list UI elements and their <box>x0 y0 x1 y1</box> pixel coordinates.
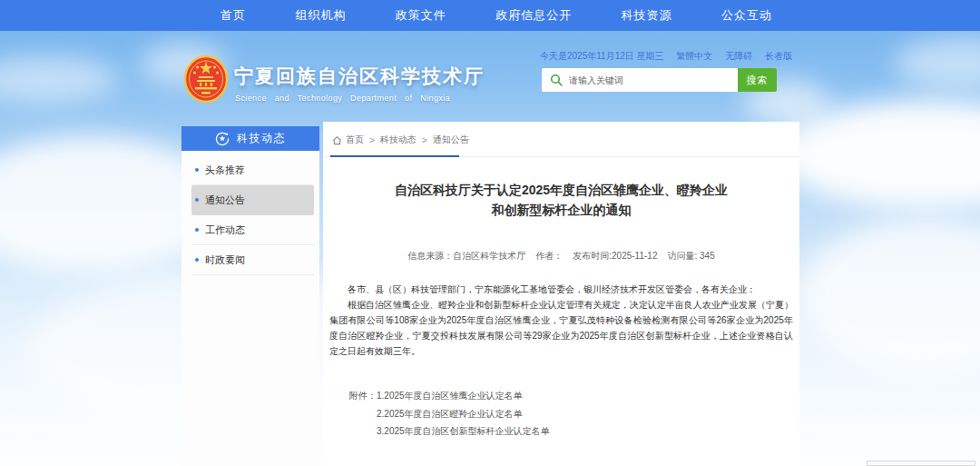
sidebar-menu: 头条推荐 通知公告 工作动态 时政要闻 <box>191 155 314 275</box>
cloud-decoration <box>799 218 980 372</box>
meta-source: 信息来源：自治区科学技术厅 <box>407 250 525 263</box>
bottom-right-stub-box <box>867 461 975 466</box>
content-panel: 首页 > 科技动态 > 通知公告 自治区科技厅关于认定2025年度自治区雏鹰企业… <box>323 122 799 466</box>
attachments-label: 附件： <box>349 387 377 441</box>
header-date-row: 今天是2025年11月12日 星期三 繁體中文 无障碍 长者版 <box>540 50 792 63</box>
article-body: 各市、县（区）科技管理部门，宁东能源化工基地管委会，银川经济技术开发区管委会，各… <box>329 282 793 359</box>
link-traditional-chinese[interactable]: 繁體中文 <box>676 50 712 63</box>
sidebar-item-label: 时政要闻 <box>205 253 245 267</box>
breadcrumb: 首页 > 科技动态 > 通知公告 <box>332 134 469 146</box>
attachment-link-3[interactable]: 3.2025年度自治区创新型标杆企业认定名单 <box>377 422 550 441</box>
bullet-dot-icon <box>195 258 199 262</box>
article-paragraph: 各市、县（区）科技管理部门，宁东能源化工基地管委会，银川经济技术开发区管委会，各… <box>329 282 793 297</box>
meta-visit-count: 访问量: 345 <box>667 250 714 263</box>
circled-star-icon <box>215 132 230 146</box>
search-button[interactable]: 搜索 <box>738 68 777 92</box>
current-date-text: 今天是2025年11月12日 星期三 <box>540 50 664 63</box>
nav-item-resources[interactable]: 科技资源 <box>622 7 672 24</box>
nav-item-home[interactable]: 首页 <box>220 7 246 24</box>
search-icon <box>550 74 563 86</box>
link-accessibility[interactable]: 无障碍 <box>725 50 752 63</box>
sidebar-item-label: 通知公告 <box>205 193 245 207</box>
search-bar: 搜索 <box>542 68 777 92</box>
cloud-decoration <box>894 36 980 91</box>
attachments-list: 1.2025年度自治区雏鹰企业认定名单 2.2025年度自治区瞪羚企业认定名单 … <box>377 387 550 441</box>
meta-author: 作者： <box>535 250 563 263</box>
top-nav-items: 首页 组织机构 政策文件 政府信息公开 科技资源 公众互动 <box>220 0 772 31</box>
nav-item-policy[interactable]: 政策文件 <box>396 7 446 24</box>
breadcrumb-science-news[interactable]: 科技动态 <box>380 134 416 146</box>
search-input[interactable] <box>569 68 732 92</box>
bullet-dot-icon <box>195 228 199 232</box>
article-meta: 信息来源：自治区科学技术厅 作者： 发布时间:2025-11-12 访问量: 3… <box>323 250 799 263</box>
bullet-dot-icon <box>195 198 199 202</box>
nav-item-organization[interactable]: 组织机构 <box>295 7 346 24</box>
sidebar-item-notices[interactable]: 通知公告 <box>191 185 314 215</box>
search-input-box <box>542 68 738 92</box>
sidebar-header: 科技动态 <box>181 126 319 151</box>
article-title-line2: 和创新型标杆企业的通知 <box>323 200 799 220</box>
sidebar-item-label: 工作动态 <box>205 223 245 237</box>
sidebar-item-political-news[interactable]: 时政要闻 <box>191 245 314 275</box>
home-icon <box>332 135 342 145</box>
sidebar-item-headline[interactable]: 头条推荐 <box>191 155 314 185</box>
breadcrumb-notices[interactable]: 通知公告 <box>433 134 469 146</box>
attachment-link-2[interactable]: 2.2025年度自治区瞪羚企业认定名单 <box>377 405 550 423</box>
attachment-link-1[interactable]: 1.2025年度自治区雏鹰企业认定名单 <box>377 387 550 405</box>
meta-publish-time: 发布时间:2025-11-12 <box>573 250 657 263</box>
article-title-line1: 自治区科技厅关于认定2025年度自治区雏鹰企业、瞪羚企业 <box>323 180 799 200</box>
emblem-icon <box>183 55 229 104</box>
nav-item-interaction[interactable]: 公众互动 <box>721 7 772 24</box>
breadcrumb-separator: > <box>422 135 427 145</box>
breadcrumb-separator: > <box>369 135 375 145</box>
sidebar-item-work-dynamics[interactable]: 工作动态 <box>191 215 314 245</box>
article-paragraph: 根据自治区雏鹰企业、瞪羚企业和创新型标杆企业认定管理有关规定，决定认定半亩良人农… <box>329 297 793 359</box>
cloud-decoration <box>0 56 118 102</box>
page-background: 首页 组织机构 政策文件 政府信息公开 科技资源 公众互动 宁夏回族自治区科 <box>0 0 980 466</box>
top-nav-bar: 首页 组织机构 政策文件 政府信息公开 科技资源 公众互动 <box>0 0 980 31</box>
attachments-section: 附件： 1.2025年度自治区雏鹰企业认定名单 2.2025年度自治区瞪羚企业认… <box>349 387 550 441</box>
sidebar: 科技动态 头条推荐 通知公告 工作动态 时政要闻 <box>181 126 319 466</box>
national-emblem-logo <box>183 55 229 104</box>
sidebar-title: 科技动态 <box>237 131 286 146</box>
sidebar-item-label: 头条推荐 <box>205 164 245 177</box>
site-title: 宁夏回族自治区科学技术厅 <box>234 64 485 89</box>
article-title: 自治区科技厅关于认定2025年度自治区雏鹰企业、瞪羚企业 和创新型标杆企业的通知 <box>323 180 799 220</box>
bullet-dot-icon <box>195 168 199 172</box>
site-subtitle: Science and Technology Department of Nin… <box>235 94 491 103</box>
link-elder-version[interactable]: 长者版 <box>765 50 792 63</box>
breadcrumb-home[interactable]: 首页 <box>346 134 364 146</box>
breadcrumb-active-underline <box>330 155 459 157</box>
nav-item-gov-info[interactable]: 政府信息公开 <box>495 7 572 24</box>
